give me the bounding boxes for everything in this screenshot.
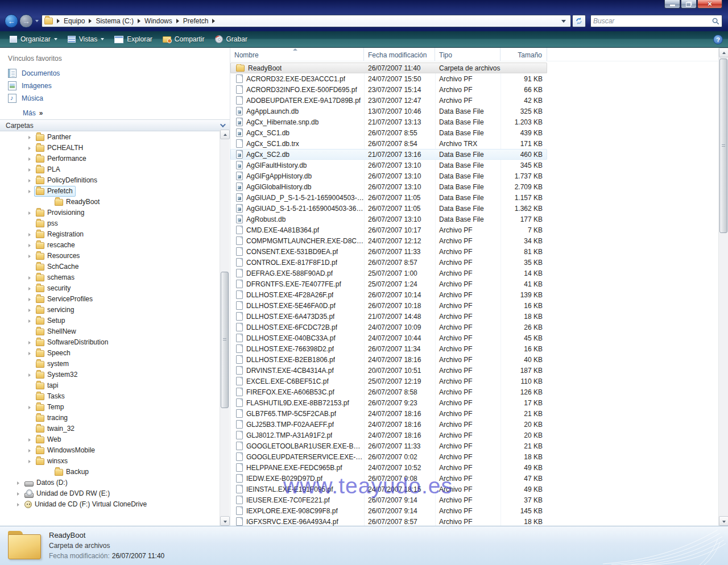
- file-name[interactable]: DLLHOST.EXE-6FCDC72B.pf: [246, 323, 337, 331]
- file-name[interactable]: DLLHOST.EXE-6A473D35.pf: [246, 313, 334, 321]
- file-name[interactable]: AgGlUAD_P_S-1-5-21-1659004503-36...: [246, 194, 364, 202]
- tree-item[interactable]: WindowsMobile: [0, 445, 220, 456]
- file-name[interactable]: IGFXSRVC.EXE-96A493A4.pf: [246, 518, 338, 526]
- close-button[interactable]: [697, 0, 722, 9]
- expand-arrow-icon[interactable]: [27, 135, 34, 140]
- file-row[interactable]: IEDW.EXE-B029D97D.pf 26/07/2007 0:08 Arc…: [230, 473, 547, 484]
- tree-item[interactable]: PolicyDefinitions: [0, 175, 220, 186]
- tree-item-label[interactable]: tapi: [47, 381, 58, 390]
- file-row[interactable]: DLLHOST.EXE-040BC33A.pf 24/07/2007 10:44…: [230, 333, 547, 343]
- file-name[interactable]: DLLHOST.EXE-4F28A26F.pf: [246, 291, 333, 299]
- file-row[interactable]: IEINSTAL.EXE-E191F095.pf 24/07/2007 18:1…: [230, 484, 547, 495]
- file-row[interactable]: FIREFOX.EXE-A606B53C.pf 26/07/2007 8:58 …: [230, 387, 547, 397]
- expand-arrow-icon[interactable]: [27, 168, 34, 172]
- column-header-size[interactable]: Tamaño: [500, 48, 547, 61]
- more-label[interactable]: Más: [23, 109, 36, 117]
- toolbar-button[interactable]: Explorar: [109, 34, 158, 45]
- expand-arrow-icon[interactable]: [27, 232, 34, 237]
- file-name[interactable]: ACRORD32.EXE-DE3ACCC1.pf: [246, 75, 345, 83]
- tree-item[interactable]: Web: [0, 434, 220, 445]
- file-name[interactable]: ReadyBoot: [248, 64, 282, 72]
- favorite-label[interactable]: Música: [22, 94, 43, 102]
- toolbar-button[interactable]: Grabar: [210, 34, 253, 45]
- expand-arrow-icon[interactable]: [27, 308, 34, 313]
- expand-arrow-icon[interactable]: [27, 373, 34, 377]
- tree-item[interactable]: Performance: [0, 153, 220, 164]
- tree-item[interactable]: tracing: [0, 413, 220, 423]
- file-row[interactable]: AgGlFgAppHistory.db 26/07/2007 13:10 Dat…: [230, 171, 547, 181]
- file-row[interactable]: GOOGLETOOLBAR1USER.EXE-B7E47... 26/07/20…: [230, 441, 547, 451]
- favorite-link[interactable]: Imágenes: [0, 80, 230, 92]
- file-name[interactable]: GLJ25B3.TMP-F02AAEFF.pf: [246, 421, 334, 429]
- file-row[interactable]: DRVINST.EXE-4CB4314A.pf 20/07/2007 10:51…: [230, 365, 547, 376]
- tree-item[interactable]: PCHEALTH: [0, 143, 220, 153]
- scroll-down-button[interactable]: [220, 516, 230, 526]
- tree-item-label[interactable]: Panther: [47, 133, 71, 142]
- tree-item-label[interactable]: Unidad de DVD RW (E:): [36, 489, 110, 498]
- file-row[interactable]: AgGlGlobalHistory.db 26/07/2007 13:10 Da…: [230, 181, 547, 192]
- file-row[interactable]: AgCx_SC1.db 26/07/2007 8:55 Data Base Fi…: [230, 127, 547, 138]
- file-row[interactable]: AgGlFaultHistory.db 26/07/2007 13:10 Dat…: [230, 160, 547, 171]
- tree-item-label[interactable]: Speech: [47, 349, 71, 358]
- file-row[interactable]: DLLHOST.EXE-5E46FA0D.pf 26/07/2007 10:18…: [230, 300, 547, 311]
- tree-item-label[interactable]: System32: [47, 371, 77, 379]
- breadcrumb-label[interactable]: Prefetch: [183, 17, 209, 25]
- file-name[interactable]: AgGlFaultHistory.db: [246, 161, 307, 169]
- file-row[interactable]: ADOBEUPDATER.EXE-9A17D89B.pf 23/07/2007 …: [230, 95, 547, 106]
- tree-item[interactable]: Speech: [0, 348, 220, 359]
- file-name[interactable]: ADOBEUPDATER.EXE-9A17D89B.pf: [246, 97, 361, 105]
- expand-arrow-icon[interactable]: [27, 254, 34, 259]
- breadcrumb-label[interactable]: Windows: [144, 17, 172, 25]
- file-name[interactable]: IEXPLORE.EXE-908C99F8.pf: [246, 507, 338, 515]
- file-name[interactable]: DRVINST.EXE-4CB4314A.pf: [246, 367, 334, 375]
- file-name[interactable]: AgGlUAD_S-1-5-21-1659004503-3622...: [246, 205, 364, 213]
- file-name[interactable]: DLLHOST.EXE-766398D2.pf: [246, 345, 334, 353]
- tree-item-label[interactable]: PolicyDefinitions: [47, 176, 97, 185]
- file-name[interactable]: HELPPANE.EXE-FEDC965B.pf: [246, 464, 342, 472]
- tree-item[interactable]: ReadyBoot: [0, 197, 220, 207]
- tree-item-label[interactable]: schemas: [47, 273, 75, 282]
- tree-item[interactable]: Resources: [0, 251, 220, 261]
- expand-arrow-icon[interactable]: [27, 340, 34, 345]
- file-name[interactable]: FIREFOX.EXE-A606B53C.pf: [246, 388, 334, 396]
- file-name[interactable]: DFRGNTFS.EXE-7E4077FE.pf: [246, 280, 341, 288]
- column-header-date[interactable]: Fecha modificación: [364, 48, 435, 61]
- tree-item-label[interactable]: Performance: [47, 155, 86, 163]
- tree-item-label[interactable]: Backup: [66, 468, 89, 476]
- file-row[interactable]: CONTROL.EXE-817F8F1D.pf 26/07/2007 8:57 …: [230, 257, 547, 268]
- tree-item[interactable]: Datos (D:): [0, 477, 220, 488]
- file-row[interactable]: GLJ25B3.TMP-F02AAEFF.pf 24/07/2007 18:16…: [230, 419, 547, 430]
- tree-item[interactable]: servicing: [0, 305, 220, 315]
- expand-arrow-icon[interactable]: [27, 448, 34, 453]
- file-row[interactable]: AgRobust.db 26/07/2007 13:10 Data Base F…: [230, 214, 547, 225]
- tree-item[interactable]: pss: [0, 218, 220, 229]
- tree-item[interactable]: Unidad de CD (F:) Virtual CloneDrive: [0, 499, 220, 510]
- file-row[interactable]: GLB7F65.TMP-5C5F2CAB.pf 24/07/2007 18:16…: [230, 408, 547, 419]
- refresh-button[interactable]: [572, 15, 586, 27]
- file-row[interactable]: AgGlUAD_P_S-1-5-21-1659004503-36... 26/0…: [230, 192, 547, 203]
- file-name[interactable]: FLASHUTIL9D.EXE-8BB72153.pf: [246, 399, 349, 407]
- tree-item[interactable]: SchCache: [0, 261, 220, 272]
- expand-arrow-icon[interactable]: [27, 211, 34, 215]
- breadcrumb-label[interactable]: Sistema (C:): [96, 17, 134, 25]
- tree-item-label[interactable]: SoftwareDistribution: [47, 338, 108, 347]
- scroll-up-button[interactable]: [719, 48, 728, 57]
- tree-item-label[interactable]: ReadyBoot: [66, 198, 100, 206]
- tree-item-label[interactable]: Provisioning: [47, 209, 84, 217]
- column-header-name[interactable]: Nombre: [230, 48, 364, 61]
- tree-item-label[interactable]: WindowsMobile: [47, 446, 95, 455]
- list-scrollbar[interactable]: [718, 48, 728, 526]
- file-name[interactable]: COMPMGMTLAUNCHER.EXE-D8C60...: [246, 237, 364, 245]
- tree-item-label[interactable]: Registration: [47, 230, 84, 239]
- search-icon[interactable]: [712, 18, 719, 25]
- file-row[interactable]: DLLHOST.EXE-766398D2.pf 26/07/2007 11:34…: [230, 343, 547, 354]
- tree-item[interactable]: SoftwareDistribution: [0, 337, 220, 348]
- file-name[interactable]: DLLHOST.EXE-040BC33A.pf: [246, 334, 336, 342]
- recent-pages-dropdown-icon[interactable]: [35, 20, 39, 22]
- tree-item-label[interactable]: Web: [47, 435, 61, 444]
- file-name[interactable]: GOOGLEUPDATERSERVICE.EXE-09540...: [246, 453, 364, 461]
- file-name[interactable]: GLB7F65.TMP-5C5F2CAB.pf: [246, 410, 336, 418]
- file-name[interactable]: ACRORD32INFO.EXE-500FD695.pf: [246, 86, 357, 94]
- file-name[interactable]: IEINSTAL.EXE-E191F095.pf: [246, 485, 333, 493]
- expand-arrow-icon[interactable]: [27, 405, 34, 410]
